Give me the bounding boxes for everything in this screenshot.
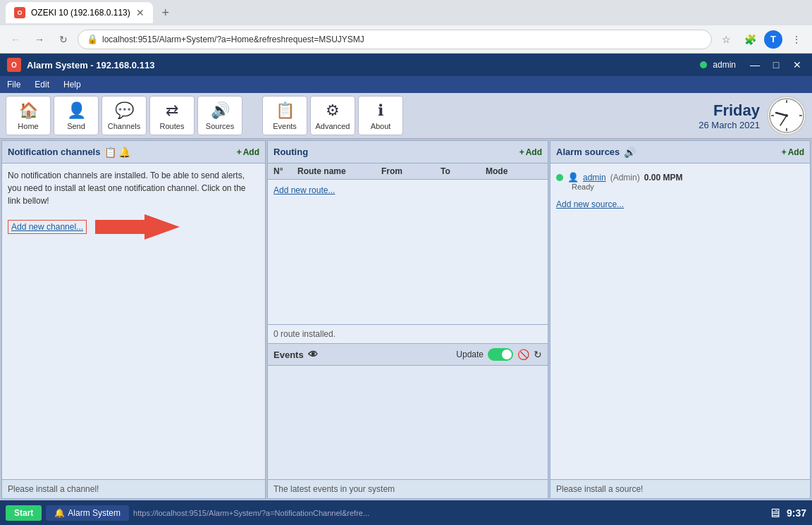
add-source-plus-icon: + bbox=[782, 147, 787, 157]
new-tab-button[interactable]: + bbox=[156, 3, 176, 23]
toolbar-channels[interactable]: 💬 Channels bbox=[102, 96, 147, 135]
copy-icon[interactable]: 📋 bbox=[104, 147, 116, 158]
alarm-system-label: Alarm System bbox=[68, 508, 121, 518]
toolbar: 🏠 Home 👤 Send 💬 Channels ⇄ Routes 🔊 Sour… bbox=[0, 93, 812, 139]
notification-channels-content: No notification channels are installed. … bbox=[2, 163, 265, 479]
toolbar-home[interactable]: 🏠 Home bbox=[6, 96, 51, 135]
profile-button[interactable]: T bbox=[764, 30, 782, 49]
update-label: Update bbox=[456, 350, 484, 359]
source-status: Ready bbox=[556, 183, 804, 191]
app-titlebar: O Alarm System - 192.168.0.113 admin — □… bbox=[0, 54, 812, 76]
add-new-source-link[interactable]: Add new source... bbox=[556, 199, 624, 209]
add-channel-button[interactable]: + Add bbox=[237, 147, 259, 157]
browser-right-icons: ☆ 🧩 T ⋮ bbox=[716, 30, 806, 49]
toolbar-routes[interactable]: ⇄ Routes bbox=[149, 96, 195, 135]
routing-panel: Routing + Add N° Route name From To Mode… bbox=[267, 140, 548, 499]
bell-icon[interactable]: 🔔 bbox=[118, 147, 130, 158]
source-item: 👤 admin (Admin) 0.00 MPM Ready bbox=[556, 169, 804, 194]
url-text: localhost:9515/Alarm+System/?a=Home&refr… bbox=[102, 35, 703, 44]
add-route-button[interactable]: + Add bbox=[519, 147, 542, 157]
about-icon: ℹ bbox=[378, 101, 383, 120]
notification-channels-panel: Notification channels 📋 🔔 + Add No notif… bbox=[1, 140, 266, 499]
add-source-label: Add bbox=[788, 147, 804, 157]
col-to: To bbox=[441, 166, 483, 176]
status-dot bbox=[700, 61, 707, 68]
browser-controls: ← → ↻ 🔒 localhost:9515/Alarm+System/?a=H… bbox=[0, 25, 812, 54]
cancel-icon[interactable]: 🚫 bbox=[517, 349, 529, 360]
tab-title: OZEKI 10 (192.168.0.113) bbox=[31, 8, 130, 18]
status-url: https://localhost:9515/Alarm+System/?a=N… bbox=[133, 509, 764, 517]
update-toggle[interactable] bbox=[488, 348, 513, 361]
alarm-sources-header-left: Alarm sources 🔊 bbox=[556, 147, 636, 158]
address-bar[interactable]: 🔒 localhost:9515/Alarm+System/?a=Home&re… bbox=[78, 30, 712, 49]
toolbar-routes-label: Routes bbox=[160, 122, 185, 130]
col-mode: Mode bbox=[486, 166, 542, 176]
speaker-icon: 🔊 bbox=[624, 147, 636, 158]
toolbar-advanced[interactable]: ⚙ Advanced bbox=[310, 96, 355, 135]
toolbar-home-label: Home bbox=[18, 122, 38, 130]
eye-icon: 👁 bbox=[308, 349, 318, 360]
svg-marker-8 bbox=[95, 214, 180, 240]
date-day: Friday bbox=[699, 101, 760, 120]
bookmark-button[interactable]: ☆ bbox=[716, 30, 736, 49]
toggle-knob bbox=[502, 350, 512, 359]
add-route-label: Add bbox=[526, 147, 542, 157]
toolbar-sources[interactable]: 🔊 Sources bbox=[197, 96, 242, 135]
menu-help[interactable]: Help bbox=[61, 78, 84, 91]
menu-button[interactable]: ⋮ bbox=[787, 30, 806, 49]
menu-edit[interactable]: Edit bbox=[32, 78, 52, 91]
col-route-name: Route name bbox=[297, 166, 379, 176]
refresh-icon[interactable]: ↻ bbox=[534, 349, 542, 360]
add-source-button[interactable]: + Add bbox=[782, 147, 804, 157]
svg-point-7 bbox=[785, 114, 788, 117]
routing-table-header: N° Route name From To Mode bbox=[268, 163, 548, 180]
add-plus-icon: + bbox=[237, 147, 242, 157]
tab-close-button[interactable]: ✕ bbox=[136, 7, 144, 18]
notification-channels-header: Notification channels 📋 🔔 + Add bbox=[2, 141, 265, 163]
status-time: 9:37 bbox=[787, 507, 806, 519]
routing-content: Add new route... bbox=[268, 180, 548, 324]
forward-button[interactable]: → bbox=[30, 30, 49, 49]
maximize-button[interactable]: □ bbox=[768, 57, 784, 73]
events-controls: Update 🚫 ↻ bbox=[456, 348, 542, 361]
alarm-icon: 🔔 bbox=[54, 508, 65, 518]
reload-button[interactable]: ↻ bbox=[54, 30, 73, 49]
add-new-channel-link[interactable]: Add new channel... bbox=[8, 220, 87, 234]
add-channel-container: Add new channel... bbox=[8, 214, 180, 240]
events-content bbox=[268, 366, 548, 479]
toolbar-send[interactable]: 👤 Send bbox=[54, 96, 99, 135]
clock-area: Friday 26 March 2021 bbox=[699, 96, 806, 135]
menu-file[interactable]: File bbox=[4, 78, 23, 91]
events-icon: 📋 bbox=[276, 101, 295, 120]
panel-header-left: Notification channels 📋 🔔 bbox=[8, 147, 130, 158]
source-status-dot bbox=[556, 174, 563, 181]
date-full: 26 March 2021 bbox=[699, 120, 760, 130]
start-button[interactable]: Start bbox=[6, 505, 42, 521]
alarm-sources-header: Alarm sources 🔊 + Add bbox=[550, 141, 810, 163]
extensions-button[interactable]: 🧩 bbox=[740, 30, 760, 49]
source-name-link[interactable]: admin bbox=[583, 173, 606, 183]
monitor-icon: 🖥 bbox=[768, 506, 781, 521]
toolbar-events[interactable]: 📋 Events bbox=[262, 96, 307, 135]
status-bar: Start 🔔 Alarm System https://localhost:9… bbox=[0, 500, 812, 525]
routing-header: Routing + Add bbox=[268, 141, 548, 163]
route-count: 0 route installed. bbox=[268, 324, 548, 343]
browser-tab[interactable]: O OZEKI 10 (192.168.0.113) ✕ bbox=[6, 2, 153, 23]
events-panel: Events 👁 Update 🚫 ↻ The latest events in… bbox=[268, 343, 548, 498]
toolbar-advanced-label: Advanced bbox=[316, 122, 350, 130]
events-header: Events 👁 Update 🚫 ↻ bbox=[268, 344, 548, 366]
add-new-route-link[interactable]: Add new route... bbox=[273, 185, 335, 195]
toolbar-about[interactable]: ℹ About bbox=[358, 96, 403, 135]
alarm-sources-content: 👤 admin (Admin) 0.00 MPM Ready Add new s… bbox=[550, 163, 810, 479]
home-icon: 🏠 bbox=[19, 101, 38, 120]
close-button[interactable]: ✕ bbox=[789, 57, 805, 73]
back-button[interactable]: ← bbox=[6, 30, 25, 49]
minimize-button[interactable]: — bbox=[747, 57, 763, 73]
main-content: Notification channels 📋 🔔 + Add No notif… bbox=[0, 139, 812, 500]
app-title: Alarm System - 192.168.0.113 bbox=[27, 60, 694, 70]
source-role: (Admin) bbox=[610, 173, 640, 183]
send-icon: 👤 bbox=[67, 101, 86, 120]
sources-icon: 🔊 bbox=[211, 101, 230, 120]
alarm-system-button[interactable]: 🔔 Alarm System bbox=[46, 505, 129, 521]
alarm-sources-title: Alarm sources bbox=[556, 147, 620, 157]
